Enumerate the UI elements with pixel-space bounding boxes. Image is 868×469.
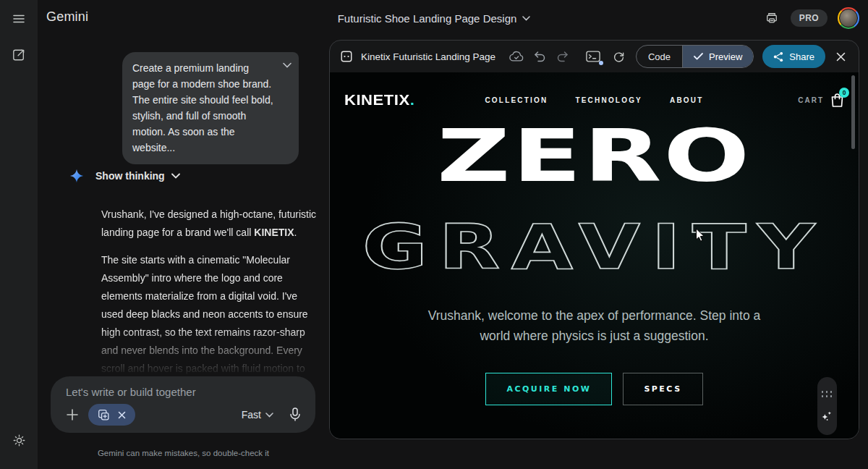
hero-title-line1: ZERO bbox=[330, 120, 859, 193]
add-attachment-button[interactable] bbox=[62, 405, 82, 425]
chevron-down-icon bbox=[265, 413, 273, 418]
floating-tools-pill[interactable] bbox=[817, 377, 837, 435]
show-thinking-toggle[interactable]: Show thinking bbox=[95, 170, 180, 182]
site-preview: KINETIX. COLLECTION TECHNOLOGY ABOUT CAR… bbox=[330, 72, 859, 439]
share-button[interactable]: Share bbox=[762, 45, 825, 68]
console-icon[interactable] bbox=[584, 47, 603, 66]
canvas-tool-chip[interactable] bbox=[88, 404, 135, 426]
gemini-app: Gemini Futuristic Shoe Landing Page Desi… bbox=[0, 0, 868, 469]
thinking-row: Show thinking bbox=[69, 169, 180, 183]
canvas-icon bbox=[98, 409, 110, 421]
hero-subtitle-wrap: Vrushank, welcome to the apex of perform… bbox=[330, 305, 859, 346]
cart-label: CART bbox=[798, 96, 824, 104]
user-message-bubble[interactable]: Create a premium landing page for a mode… bbox=[122, 52, 299, 164]
cart-count-badge: 0 bbox=[839, 88, 849, 98]
composer[interactable]: Let's write or build together Fast bbox=[51, 376, 315, 433]
response-paragraph-1: Vrushank, I've designed a high-octane, f… bbox=[101, 206, 317, 242]
canvas-panel: Kinetix Futuristic Landing Page Code bbox=[329, 40, 859, 439]
share-icon bbox=[773, 51, 783, 62]
nav-link-about[interactable]: ABOUT bbox=[670, 96, 704, 104]
user-message-text: Create a premium landing page for a mode… bbox=[132, 62, 273, 153]
disclaimer-text: Gemini can make mistakes, so double-chec… bbox=[38, 449, 329, 457]
cloud-save-icon[interactable] bbox=[507, 47, 526, 66]
composer-placeholder: Let's write or build together bbox=[66, 386, 196, 398]
share-label: Share bbox=[789, 51, 814, 62]
cart-bag-icon: 0 bbox=[830, 93, 844, 108]
new-chat-icon[interactable] bbox=[10, 46, 27, 64]
canvas-title: Kinetix Futuristic Landing Page bbox=[361, 51, 495, 62]
cta-row: ACQUIRE NOW SPECS bbox=[330, 373, 859, 405]
gemini-sparkle-icon bbox=[69, 169, 84, 183]
drag-handle-icon[interactable] bbox=[822, 391, 833, 398]
hero-subtitle: Vrushank, welcome to the apex of perform… bbox=[417, 305, 773, 346]
left-rail bbox=[0, 0, 38, 469]
specs-button[interactable]: SPECS bbox=[623, 373, 702, 405]
chevron-down-icon bbox=[522, 16, 530, 21]
avatar-photo bbox=[839, 9, 858, 28]
preview-scrollbar[interactable] bbox=[851, 75, 855, 149]
chevron-down-icon bbox=[171, 173, 180, 179]
site-nav-links: COLLECTION TECHNOLOGY ABOUT bbox=[330, 96, 859, 104]
model-label: Fast bbox=[242, 409, 261, 421]
cart-button[interactable]: CART 0 bbox=[798, 93, 844, 108]
response-paragraph-2: The site starts with a cinematic "Molecu… bbox=[101, 251, 317, 376]
nav-link-collection[interactable]: COLLECTION bbox=[485, 96, 548, 104]
code-tab[interactable]: Code bbox=[637, 46, 682, 67]
model-response: Vrushank, I've designed a high-octane, f… bbox=[101, 206, 317, 376]
refresh-icon[interactable] bbox=[610, 47, 629, 66]
mic-icon[interactable] bbox=[285, 405, 305, 425]
canvas-header: Kinetix Futuristic Landing Page Code bbox=[330, 41, 859, 72]
site-nav: KINETIX. COLLECTION TECHNOLOGY ABOUT CAR… bbox=[330, 87, 859, 113]
preview-tab-label: Preview bbox=[709, 51, 742, 62]
model-picker[interactable]: Fast bbox=[242, 409, 273, 421]
top-right-controls: PRO bbox=[763, 7, 859, 29]
nav-link-technology[interactable]: TECHNOLOGY bbox=[575, 96, 642, 104]
notification-dot bbox=[599, 61, 603, 65]
conversation-title-bar: Futuristic Shoe Landing Page Design bbox=[0, 12, 868, 25]
show-thinking-label: Show thinking bbox=[95, 170, 165, 182]
canvas-doc-icon bbox=[340, 50, 353, 63]
preview-tab[interactable]: Preview bbox=[682, 46, 753, 67]
pro-badge: PRO bbox=[791, 9, 827, 27]
remove-tool-icon[interactable] bbox=[118, 411, 126, 419]
close-panel-icon[interactable] bbox=[831, 47, 850, 66]
undo-icon[interactable] bbox=[530, 47, 549, 66]
conversation-title: Futuristic Shoe Landing Page Design bbox=[338, 12, 517, 25]
redo-icon[interactable] bbox=[553, 47, 572, 66]
settings-gear-icon[interactable] bbox=[10, 431, 27, 449]
edit-sparkle-icon[interactable] bbox=[822, 410, 833, 421]
acquire-now-button[interactable]: ACQUIRE NOW bbox=[485, 373, 612, 405]
check-icon bbox=[694, 53, 703, 60]
avatar[interactable] bbox=[838, 7, 859, 29]
print-icon[interactable] bbox=[763, 9, 780, 27]
conversation-title-dropdown[interactable]: Futuristic Shoe Landing Page Design bbox=[338, 12, 531, 25]
expand-message-icon[interactable] bbox=[283, 62, 292, 68]
code-preview-toggle: Code Preview bbox=[636, 45, 754, 68]
hero-title-line2: GRAVITY bbox=[330, 216, 859, 278]
